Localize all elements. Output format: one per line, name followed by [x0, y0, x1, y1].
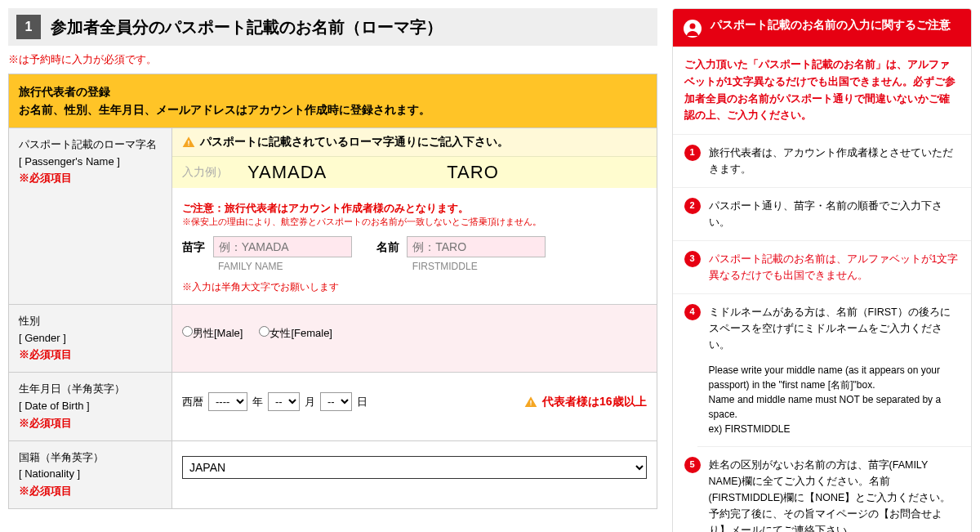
sidebar-list: 1旅行代表者は、アカウント作成者様とさせていただきます。 2パスポート通り、苗字…: [673, 135, 971, 363]
dob-label-jp: 生年月日（半角英字）: [19, 381, 162, 398]
nat-required: ※必須項目: [19, 483, 162, 500]
bullet-icon: 4: [684, 304, 701, 320]
list-item: 4ミドルネームがある方は、名前（FIRST）の後ろにスペースを空けずにミドルネー…: [673, 294, 971, 363]
nat-label-cell: 国籍（半角英字） [ Nationality ] ※必須項目: [9, 440, 172, 508]
nat-label-jp: 国籍（半角英字）: [19, 449, 162, 467]
sidebar-notice: パスポート記載のお名前の入力に関するご注意 ご入力頂いた「パスポート記載のお名前…: [672, 8, 972, 532]
family-label: 苗字: [182, 240, 205, 253]
list-item: 2パスポート通り、苗字・名前の順番でご入力下さい。: [673, 188, 971, 241]
bullet-icon: 3: [684, 251, 701, 267]
nat-label-en: [ Nationality ]: [19, 466, 162, 483]
sidebar-header: パスポート記載のお名前の入力に関するご注意: [673, 9, 971, 47]
bullet-icon: 1: [684, 145, 701, 161]
dob-day-select[interactable]: --: [320, 392, 352, 411]
nat-value-cell: JAPAN: [172, 440, 657, 508]
dob-day-suffix: 日: [357, 395, 368, 409]
first-name-input[interactable]: [407, 236, 546, 257]
svg-point-1: [689, 24, 695, 29]
item-text: ミドルネームがある方は、名前（FIRST）の後ろにスペースを空けずにミドルネーム…: [709, 304, 960, 353]
family-name-input[interactable]: [213, 236, 352, 257]
gender-label-cell: 性別 [ Gender ] ※必須項目: [9, 304, 172, 372]
caution-text: ご注意：旅行代表者はアカウント作成者様のみとなります。: [182, 201, 647, 216]
item-text: パスポート通り、苗字・名前の順番でご入力下さい。: [709, 198, 960, 230]
gender-label-jp: 性別: [19, 313, 162, 330]
bullet-icon: 2: [684, 198, 701, 214]
item-text: 姓名の区別がないお名前の方は、苗字(FAMILY NAME)欄に全てご入力くださ…: [709, 457, 960, 532]
form-table: パスポート記載のローマ字名 [ Passenger's Name ] ※必須項目…: [8, 127, 657, 509]
passport-warning: パスポートに記載されているローマ字通りにご記入下さい。: [172, 128, 657, 156]
dob-required: ※必須項目: [19, 415, 162, 432]
step-title: 参加者全員分のパスポート記載のお名前（ローマ字）: [51, 16, 443, 38]
list-item: 1旅行代表者は、アカウント作成者様とさせていただきます。: [673, 135, 971, 188]
list-item: 3パスポート記載のお名前は、アルファベットが1文字異なるだけでも出国できません。: [673, 241, 971, 294]
item-text: 旅行代表者は、アカウント作成者様とさせていただきます。: [709, 145, 960, 177]
name-value-cell: パスポートに記載されているローマ字通りにご記入下さい。 入力例） YAMADA …: [172, 127, 657, 304]
step-number: 1: [16, 15, 41, 39]
halfwidth-note: ※入力は半角大文字でお願いします: [182, 280, 647, 294]
age-warning-text: 代表者様は16歳以上: [542, 395, 647, 409]
name-label-jp: パスポート記載のローマ字名: [19, 136, 162, 154]
warning-icon: [182, 136, 195, 149]
gender-male-radio[interactable]: [182, 326, 193, 337]
dob-month-select[interactable]: --: [268, 392, 300, 411]
banner-line2: お名前、性別、生年月日、メールアドレスはアカウント作成時に登録されます。: [19, 101, 647, 118]
dob-value-cell: 西暦 ---- 年 -- 月 -- 日 代表者様は16歳以上: [172, 373, 657, 440]
gender-female-option[interactable]: 女性[Female]: [259, 326, 332, 341]
name-label-en: [ Passenger's Name ]: [19, 154, 162, 171]
person-icon: [683, 19, 702, 38]
dob-label-cell: 生年月日（半角英字） [ Date of Birth ] ※必須項目: [9, 373, 172, 440]
example-label: 入力例）: [182, 165, 247, 180]
item4-sub: Please write your middle name (as it app…: [697, 363, 971, 447]
bullet-icon: 5: [684, 457, 701, 473]
required-note: ※は予約時に入力が必須です。: [8, 52, 657, 67]
name-required: ※必須項目: [19, 170, 162, 187]
gender-male-label: 男性[Male]: [193, 327, 243, 339]
dob-label-en: [ Date of Birth ]: [19, 398, 162, 415]
example-family: YAMADA: [247, 162, 447, 183]
gender-label-en: [ Gender ]: [19, 330, 162, 347]
banner-line1: 旅行代表者の登録: [19, 83, 647, 101]
gender-required: ※必須項目: [19, 346, 162, 364]
sidebar-title: パスポート記載のお名前の入力に関するご注意: [710, 17, 951, 34]
caution-sub-text: ※保安上の理由により、航空券とパスポートのお名前が一致しないとご搭乗頂けません。: [182, 216, 647, 228]
first-en-label: FIRSTMIDDLE: [412, 261, 546, 272]
item-text: パスポート記載のお名前は、アルファベットが1文字異なるだけでも出国できません。: [709, 251, 960, 284]
dob-year-select[interactable]: ----: [208, 392, 247, 411]
name-label-cell: パスポート記載のローマ字名 [ Passenger's Name ] ※必須項目: [9, 127, 172, 304]
gender-female-label: 女性[Female]: [270, 327, 332, 339]
example-row: 入力例） YAMADA TARO: [172, 156, 657, 188]
dob-era-label: 西暦: [182, 395, 203, 409]
gender-male-option[interactable]: 男性[Male]: [182, 326, 243, 341]
list-item: 5姓名の区別がないお名前の方は、苗字(FAMILY NAME)欄に全てご入力くだ…: [673, 447, 971, 532]
dob-year-suffix: 年: [252, 395, 263, 409]
gender-female-radio[interactable]: [259, 326, 270, 337]
family-en-label: FAMILY NAME: [218, 261, 352, 272]
example-first: TARO: [447, 162, 646, 183]
age-warning: 代表者様は16歳以上: [524, 395, 647, 409]
registration-banner: 旅行代表者の登録 お名前、性別、生年月日、メールアドレスはアカウント作成時に登録…: [8, 74, 657, 127]
nationality-select[interactable]: JAPAN: [182, 456, 647, 479]
dob-month-suffix: 月: [305, 395, 315, 409]
first-label: 名前: [376, 240, 399, 253]
sidebar-list-2: 5姓名の区別がないお名前の方は、苗字(FAMILY NAME)欄に全てご入力くだ…: [673, 447, 971, 532]
warning-icon: [524, 396, 537, 409]
gender-value-cell: 男性[Male] 女性[Female]: [172, 304, 657, 372]
step-header: 1 参加者全員分のパスポート記載のお名前（ローマ字）: [8, 8, 657, 46]
passport-warning-text: パスポートに記載されているローマ字通りにご記入下さい。: [200, 135, 509, 148]
sidebar-intro: ご入力頂いた「パスポート記載のお名前」は、アルファベットが1文字異なるだけでも出…: [673, 47, 971, 135]
